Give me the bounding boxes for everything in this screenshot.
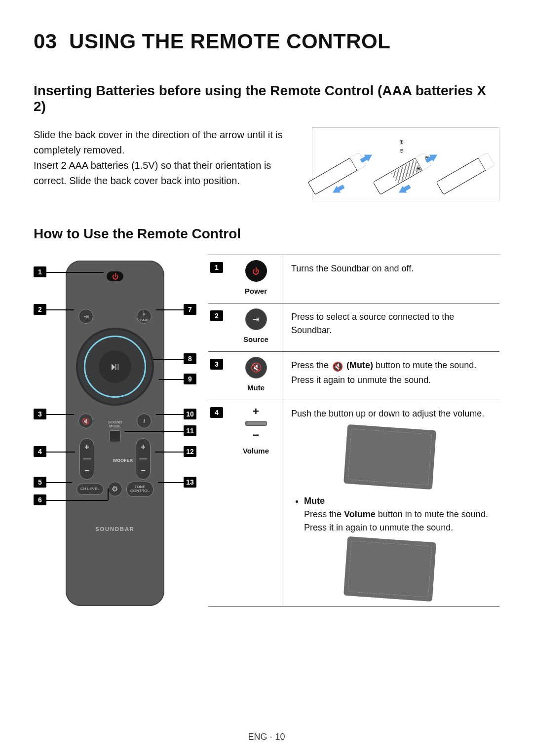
woofer-rocker: +−	[136, 438, 151, 480]
row-label: Mute	[230, 383, 282, 392]
remote-body: ⏻ ⇥ ᚼ PAIR ⏯ 🔇 i SOUND	[66, 261, 164, 606]
plus-icon: +	[253, 405, 259, 418]
row-number: 1	[210, 262, 223, 273]
section-battery-heading: Inserting Batteries before using the Rem…	[34, 83, 499, 114]
leader-line	[153, 359, 184, 360]
volume-rocker: +−	[79, 438, 94, 480]
row-number: 4	[210, 407, 223, 418]
leader-line	[46, 272, 104, 273]
plus-icon: +	[141, 443, 145, 452]
callout-badge: 10	[184, 409, 196, 419]
battery-section: Slide the back cover in the direction of…	[34, 127, 499, 201]
row-description: Press the 🔇 (Mute) button to mute the so…	[282, 352, 499, 400]
remote-closed-icon	[436, 152, 495, 195]
arrow-icon	[331, 186, 341, 196]
row-description: Press to select a source connected to th…	[282, 303, 499, 351]
desc-bold: (Mute)	[346, 360, 373, 370]
battery-figure: ⊕ ⊖ ⊖ ⊕	[312, 127, 499, 201]
volume-rocker-icon: + −	[230, 405, 282, 442]
arrow-icon	[429, 151, 439, 162]
leader-line	[46, 452, 75, 453]
row-label: Volume	[230, 447, 282, 455]
pair-button: ᚼ PAIR	[137, 309, 152, 324]
table-row: 3 🔇 Mute Press the 🔇 (Mute) button to mu…	[208, 352, 499, 400]
arrow-icon	[397, 186, 407, 196]
remote-diagram: ⏻ ⇥ ᚼ PAIR ⏯ 🔇 i SOUND	[34, 255, 196, 606]
function-table: 1 ⏻ Power Turns the Soundbar on and off.…	[208, 255, 499, 607]
howto-area: ⏻ ⇥ ᚼ PAIR ⏯ 🔇 i SOUND	[34, 255, 499, 607]
callout-badge: 5	[34, 477, 46, 488]
nav-wheel: ⏯	[78, 330, 152, 404]
battery-para-1: Slide the back cover in the direction of…	[34, 129, 283, 155]
volume-illustration	[343, 424, 436, 490]
callout-badge: 9	[184, 374, 196, 384]
power-button: ⏻	[107, 271, 123, 281]
plus-icon: ⊕	[399, 139, 404, 145]
section-howto-heading: How to Use the Remote Control	[34, 226, 499, 242]
play-pause-button: ⏯	[99, 350, 131, 383]
leader-line	[156, 309, 184, 310]
sound-mode-button	[109, 430, 121, 442]
source-icon: ⇥	[83, 313, 89, 320]
bluetooth-icon: ᚼ	[140, 310, 149, 318]
leader-line	[108, 489, 109, 500]
minus-icon: ⊖	[399, 148, 404, 154]
plus-icon: +	[84, 443, 89, 452]
plus-icon: ⊕	[416, 165, 420, 172]
rocker-bar-icon	[245, 421, 267, 426]
callout-badge: 3	[34, 409, 46, 419]
row-label: Power	[230, 287, 282, 295]
bullet-bold: Volume	[344, 509, 376, 519]
bullet-list: Mute Press the Volume button in to mute …	[304, 494, 495, 534]
info-icon: i	[143, 417, 145, 425]
mute-button: 🔇	[78, 414, 93, 428]
leader-line	[124, 431, 184, 432]
row-number: 2	[210, 310, 223, 321]
list-item: Mute Press the Volume button in to mute …	[304, 494, 495, 534]
leader-line	[155, 452, 184, 453]
source-button-icon: ⇥	[245, 308, 267, 330]
callout-badge: 13	[184, 477, 196, 488]
callout-badge: 6	[34, 494, 46, 505]
leader-line	[159, 379, 184, 380]
power-button-icon: ⏻	[245, 260, 267, 282]
callout-badge: 11	[184, 425, 196, 436]
callout-badge: 7	[184, 304, 196, 315]
info-button: i	[137, 414, 152, 428]
battery-text: Slide the back cover in the direction of…	[34, 127, 303, 189]
callout-badge: 8	[184, 353, 196, 364]
mute-illustration	[343, 536, 436, 602]
leader-line	[46, 482, 72, 483]
power-icon: ⏻	[252, 267, 260, 275]
leader-line	[156, 414, 184, 415]
chapter-title-text: USING THE REMOTE CONTROL	[69, 30, 390, 53]
chapter-title: 03 USING THE REMOTE CONTROL	[34, 30, 499, 53]
leader-line	[46, 500, 108, 501]
row-number: 3	[210, 359, 223, 370]
table-row: 2 ⇥ Source Press to select a source conn…	[208, 303, 499, 352]
pair-label: PAIR	[140, 318, 149, 323]
minus-icon: −	[84, 466, 89, 475]
mute-button-icon: 🔇	[245, 357, 267, 378]
sound-mode-label: SOUND MODE	[108, 420, 122, 429]
source-icon: ⇥	[252, 314, 260, 325]
page-footer: ENG - 10	[0, 732, 533, 742]
leader-line	[46, 414, 74, 415]
bullet-title: Mute	[304, 496, 325, 506]
table-row: 1 ⏻ Power Turns the Soundbar on and off.	[208, 255, 499, 303]
callout-badge: 12	[184, 446, 196, 457]
row-description: Push the button up or down to adjust the…	[282, 400, 499, 606]
ch-level-button: CH LEVEL	[76, 484, 104, 494]
callout-badge: 2	[34, 304, 46, 315]
chapter-number: 03	[34, 30, 57, 53]
mute-icon: 🔇	[82, 417, 90, 425]
battery-para-2: Insert 2 AAA batteries (1.5V) so that th…	[34, 160, 271, 186]
power-icon: ⏻	[112, 273, 118, 280]
tone-control-button: TONE CONTROL	[126, 482, 153, 497]
minus-icon: −	[141, 466, 145, 475]
row-label: Source	[230, 335, 282, 343]
callout-badge: 1	[34, 266, 46, 277]
brand-label: SOUNDBAR	[66, 526, 164, 532]
leader-line	[46, 309, 74, 310]
desc-text: Push the button up or down to adjust the…	[291, 407, 495, 420]
